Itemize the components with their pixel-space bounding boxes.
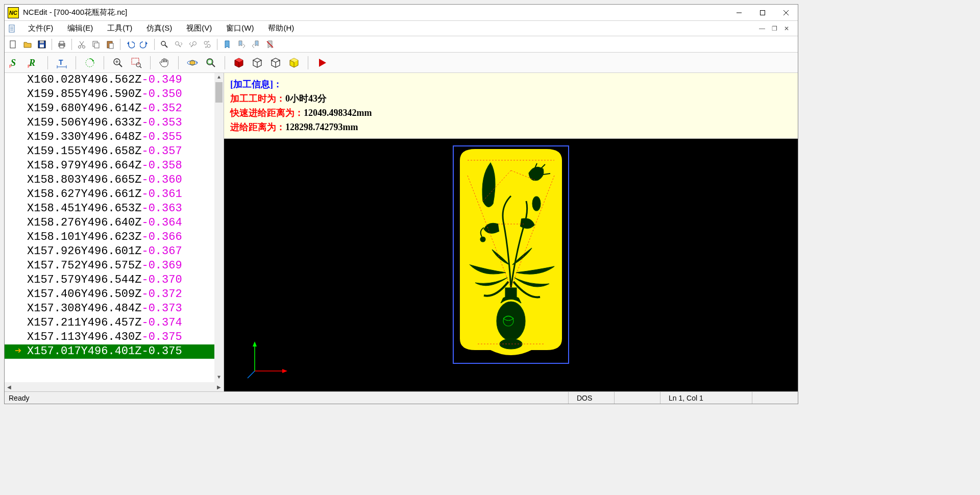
gcode-line[interactable]: ➔X157.017Y496.401Z-0.375 <box>5 344 224 359</box>
bookmark-clear-icon[interactable] <box>263 38 277 51</box>
svg-line-55 <box>248 371 255 378</box>
mdi-minimize-button[interactable]: — <box>757 24 767 33</box>
gcode-line[interactable]: X159.855Y496.590Z-0.350 <box>5 87 224 102</box>
gcode-line[interactable]: X158.101Y496.623Z-0.366 <box>5 230 224 244</box>
find-prev-icon[interactable] <box>186 38 200 51</box>
print-icon[interactable] <box>55 38 68 51</box>
t-measure-icon[interactable]: T <box>54 55 69 70</box>
gcode-xy: X158.451Y496.653Z <box>27 202 141 215</box>
menu-view[interactable]: 视图(V) <box>179 21 219 35</box>
gcode-line[interactable]: X159.330Y496.648Z-0.355 <box>5 130 224 144</box>
scroll-thumb[interactable] <box>215 82 223 103</box>
svg-rect-58 <box>505 288 517 299</box>
redo-icon[interactable] <box>138 38 151 51</box>
r-tool-icon[interactable]: RF <box>26 55 41 70</box>
toolbar-separator <box>120 39 120 50</box>
menu-sim[interactable]: 仿真(S) <box>139 21 179 35</box>
open-file-icon[interactable] <box>21 38 34 51</box>
svg-text:F: F <box>28 64 31 69</box>
toolbar-separator <box>217 39 217 50</box>
gcode-line[interactable]: X157.211Y496.457Z-0.374 <box>5 316 224 330</box>
gcode-z: -0.352 <box>141 102 182 115</box>
svg-line-24 <box>165 45 167 47</box>
cube-yellow-icon[interactable] <box>286 55 302 70</box>
axis-gizmo-icon <box>244 340 290 381</box>
paste-icon[interactable] <box>104 38 117 51</box>
vertical-scrollbar[interactable]: ▲ ▼ <box>214 73 224 382</box>
menu-tool[interactable]: 工具(T) <box>100 21 139 35</box>
close-button[interactable] <box>774 5 798 20</box>
minimize-button[interactable] <box>727 5 751 20</box>
zoom-in-icon[interactable] <box>110 55 126 70</box>
menu-edit[interactable]: 编辑(E) <box>60 21 100 35</box>
gcode-xy: X159.330Y496.648Z <box>27 131 141 143</box>
gcode-line[interactable]: X157.579Y496.544Z-0.370 <box>5 273 224 287</box>
replace-icon[interactable] <box>201 38 214 51</box>
find-next-icon[interactable] <box>172 38 185 51</box>
pan-hand-icon[interactable] <box>157 55 172 70</box>
app-logo-icon: NC <box>8 7 19 18</box>
cube-wire1-icon[interactable] <box>250 55 265 70</box>
gcode-line[interactable]: X157.406Y496.509Z-0.372 <box>5 287 224 302</box>
gcode-line[interactable]: X159.506Y496.633Z-0.353 <box>5 116 224 130</box>
gcode-z: -0.370 <box>141 274 182 286</box>
new-file-icon[interactable] <box>7 38 20 51</box>
bookmark-next-icon[interactable] <box>235 38 248 51</box>
maximize-button[interactable] <box>751 5 774 20</box>
gcode-line[interactable]: X159.155Y496.658Z-0.357 <box>5 144 224 159</box>
scroll-down-icon[interactable]: ▼ <box>214 373 224 382</box>
scroll-right-icon[interactable]: ▶ <box>214 382 224 391</box>
cube-wire2-icon[interactable] <box>268 55 283 70</box>
svg-text:F: F <box>9 64 12 69</box>
svg-text:T: T <box>59 58 63 66</box>
zoom-fit-icon[interactable] <box>203 55 218 70</box>
window-controls <box>727 5 798 20</box>
gcode-line[interactable]: X157.113Y496.430Z-0.375 <box>5 330 224 344</box>
gcode-xy: X157.308Y496.484Z <box>27 302 141 315</box>
gcode-line[interactable]: X157.926Y496.601Z-0.367 <box>5 244 224 259</box>
horizontal-scrollbar[interactable]: ◀ ▶ <box>5 382 224 391</box>
zoom-region-icon[interactable] <box>129 55 144 70</box>
bookmark-toggle-icon[interactable] <box>220 38 234 51</box>
scroll-up-icon[interactable]: ▲ <box>214 73 224 82</box>
gcode-line[interactable]: X158.276Y496.640Z-0.364 <box>5 216 224 230</box>
undo-icon[interactable] <box>124 38 137 51</box>
gcode-line[interactable]: X158.803Y496.665Z-0.360 <box>5 173 224 187</box>
s-tool-icon[interactable]: SF <box>8 55 23 70</box>
3d-viewport[interactable] <box>224 139 798 391</box>
menu-file[interactable]: 文件(F) <box>21 21 60 35</box>
save-file-icon[interactable] <box>35 38 48 51</box>
svg-rect-1 <box>761 10 765 15</box>
refresh-view-icon[interactable] <box>82 55 97 70</box>
gcode-z: -0.367 <box>141 245 182 258</box>
mdi-close-button[interactable]: ✕ <box>781 24 792 33</box>
cut-icon[interactable] <box>75 38 88 51</box>
svg-point-27 <box>193 41 197 45</box>
status-ready: Ready <box>5 394 568 402</box>
gcode-line[interactable]: X158.451Y496.653Z-0.363 <box>5 202 224 216</box>
gcode-line[interactable]: X157.308Y496.484Z-0.373 <box>5 302 224 316</box>
gcode-line[interactable]: X158.627Y496.661Z-0.361 <box>5 187 224 202</box>
menu-help[interactable]: 帮助(H) <box>261 21 301 35</box>
cube-shaded-icon[interactable] <box>231 55 247 70</box>
svg-line-28 <box>191 45 193 47</box>
scroll-left-icon[interactable]: ◀ <box>5 382 14 391</box>
toolbar-separator <box>150 56 151 69</box>
find-icon[interactable] <box>158 38 171 51</box>
status-empty-cell-2 <box>752 392 798 404</box>
gcode-line[interactable]: X160.028Y496.562Z-0.349 <box>5 73 224 87</box>
gcode-z: -0.375 <box>141 345 182 358</box>
view-toolbar: SF RF T <box>5 53 798 73</box>
gcode-line[interactable]: X158.979Y496.664Z-0.358 <box>5 159 224 173</box>
orbit-icon[interactable] <box>185 55 200 70</box>
mdi-restore-button[interactable]: ❐ <box>769 24 779 33</box>
gcode-line[interactable]: X159.680Y496.614Z-0.352 <box>5 102 224 116</box>
menu-window[interactable]: 窗口(W) <box>219 21 261 35</box>
svg-point-17 <box>79 45 81 48</box>
copy-icon[interactable] <box>89 38 103 51</box>
bookmark-prev-icon[interactable] <box>249 38 262 51</box>
gcode-line[interactable]: X157.752Y496.575Z-0.369 <box>5 259 224 273</box>
gcode-list[interactable]: X160.028Y496.562Z-0.349X159.855Y496.590Z… <box>5 73 224 382</box>
svg-rect-45 <box>132 58 139 64</box>
play-icon[interactable] <box>314 55 330 70</box>
